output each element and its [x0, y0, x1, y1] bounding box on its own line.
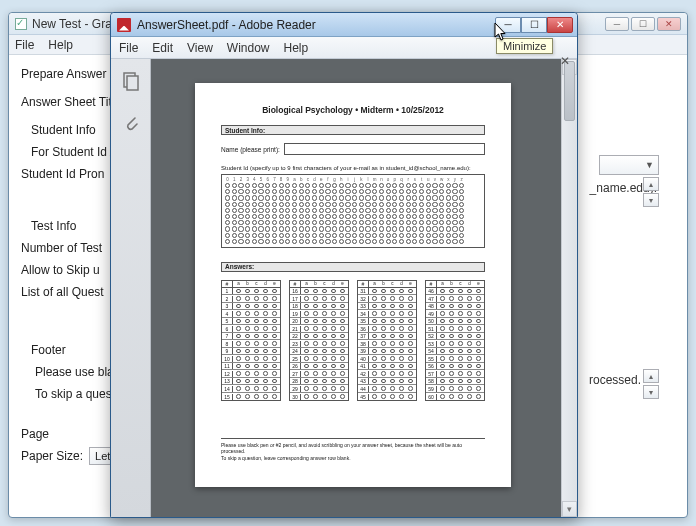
bg-menu-help[interactable]: Help [48, 38, 73, 52]
bg-footer-snippet: rocessed. [589, 373, 641, 387]
fg-titlebar[interactable]: AnswerSheet.pdf - Adobe Reader ─ ☐ ✕ [111, 13, 577, 37]
menu-help[interactable]: Help [284, 41, 309, 55]
bg-scroll-up-2[interactable]: ▴ [643, 369, 659, 383]
menu-edit[interactable]: Edit [152, 41, 173, 55]
pdf-viewer[interactable]: Biological Psychology • Midterm • 10/25/… [151, 59, 577, 517]
page-footer: Please use black pen or #2 pencil, and a… [221, 438, 485, 462]
chevron-down-icon: ▼ [645, 160, 654, 170]
attachment-icon[interactable] [119, 111, 143, 135]
viewer-scrollbar[interactable]: ▴ ▾ [561, 59, 577, 517]
side-toolbar [111, 59, 151, 517]
bg-scroll-down-2[interactable]: ▾ [643, 385, 659, 399]
doc-title: Biological Psychology • Midterm • 10/25/… [221, 105, 485, 115]
pages-panel-icon[interactable] [119, 69, 143, 93]
bg-scroll-down[interactable]: ▾ [643, 193, 659, 207]
footer-l1: Please use black pen or #2 pencil, and a… [221, 442, 485, 455]
bg-close-button[interactable]: ✕ [657, 17, 681, 31]
label-paper-size: Paper Size: [21, 449, 83, 463]
section-student: Student Info: [221, 125, 485, 135]
menu-view[interactable]: View [187, 41, 213, 55]
app-icon [15, 18, 27, 30]
doc-close-button[interactable]: ✕ [559, 55, 571, 67]
sid-label: Student Id (specify up to 9 first charac… [221, 165, 485, 171]
section-answers: Answers: [221, 262, 485, 272]
scroll-down-icon[interactable]: ▾ [562, 501, 577, 517]
name-field [284, 143, 485, 155]
student-id-bubble-grid: 0123456789abcdefghijklmnopqrstuvwxyz [221, 174, 485, 248]
answers-grid: #abcde123456789101112131415#abcde1617181… [221, 280, 485, 402]
bg-maximize-button[interactable]: ☐ [631, 17, 655, 31]
adobe-reader-window: AnswerSheet.pdf - Adobe Reader ─ ☐ ✕ Fil… [110, 12, 578, 518]
maximize-button[interactable]: ☐ [521, 17, 547, 33]
scroll-thumb[interactable] [564, 61, 575, 121]
fg-content: Biological Psychology • Midterm • 10/25/… [111, 59, 577, 517]
menu-file[interactable]: File [119, 41, 138, 55]
minimize-tooltip: Minimize [496, 38, 553, 54]
bg-right-combo[interactable]: ▼ [599, 155, 659, 175]
minimize-button[interactable]: ─ [495, 17, 521, 33]
fg-title: AnswerSheet.pdf - Adobe Reader [137, 18, 316, 32]
bg-menu-file[interactable]: File [15, 38, 34, 52]
pdf-page: Biological Psychology • Midterm • 10/25/… [195, 83, 511, 487]
name-label: Name (please print): [221, 146, 280, 153]
bg-minimize-button[interactable]: ─ [605, 17, 629, 31]
menu-window[interactable]: Window [227, 41, 270, 55]
bg-title: New Test - Gra [32, 17, 112, 31]
bg-scroll-up[interactable]: ▴ [643, 177, 659, 191]
close-button[interactable]: ✕ [547, 17, 573, 33]
footer-l2: To skip a question, leave corresponding … [221, 455, 485, 462]
pdf-icon [117, 18, 131, 32]
svg-rect-1 [127, 76, 138, 90]
